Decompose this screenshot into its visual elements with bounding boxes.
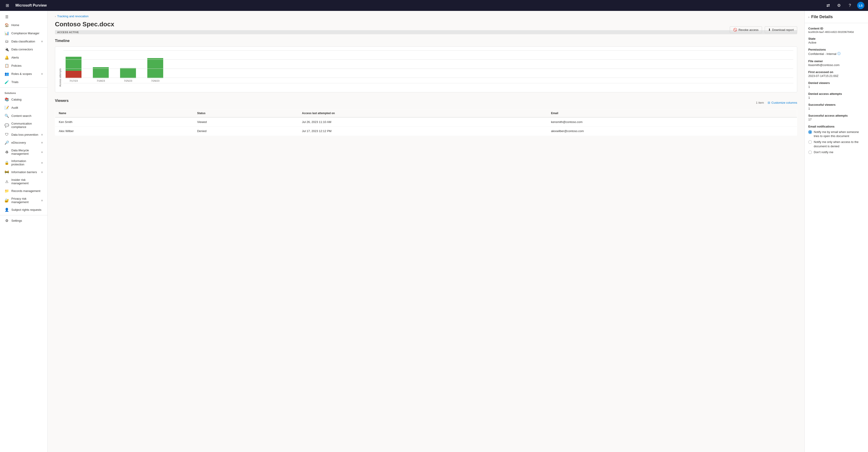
sidebar-item-collapse[interactable]: ☰	[1, 13, 46, 21]
catalog-icon: 📚	[4, 97, 9, 102]
privacy-icon: 🔐	[4, 198, 9, 203]
sidebar-item-settings[interactable]: ⚙ Settings	[1, 217, 46, 225]
stacked-bar-2	[93, 67, 109, 78]
sidebar-item-alerts[interactable]: 🔔 Alerts	[1, 54, 46, 62]
sidebar-item-records-label: Records management	[11, 189, 43, 193]
settings-icon-btn[interactable]: ⚙	[835, 2, 843, 9]
sidebar-item-content-search-label: Content search	[11, 114, 43, 118]
radio-btn-notify-open[interactable]	[808, 130, 812, 134]
sidebar-item-subject-rights[interactable]: 👤 Subject rights requests	[1, 206, 46, 214]
breadcrumb[interactable]: › Tracking and revocation	[55, 14, 797, 18]
radio-option-notify-open[interactable]: Notify me by email when someone tries to…	[808, 130, 864, 138]
sidebar-item-comm-compliance[interactable]: 💬 Communication compliance	[1, 120, 46, 130]
avatar[interactable]: LS	[857, 2, 864, 9]
chevron-down-icon-lifecycle: ∨	[41, 151, 43, 154]
denied-viewers-label: Denied viewers	[808, 81, 864, 85]
sidebar-item-info-barriers[interactable]: 🚧 Information barriers ∨	[1, 168, 46, 176]
permissions-text: Confidential - Internal	[808, 52, 836, 56]
row1-name: Ken Smith	[55, 117, 194, 127]
file-owner-label: File owner	[808, 60, 864, 63]
detail-group-denied-access: Denied access attempts 1	[808, 92, 864, 99]
radio-option-notify-denied[interactable]: Notify me only when access to the docume…	[808, 140, 864, 148]
revoke-access-button[interactable]: 🚫 Revoke access	[730, 26, 762, 33]
sidebar-item-info-protection[interactable]: 🔒 Information protection ∨	[1, 158, 46, 168]
download-report-button[interactable]: ⬇ Download report	[765, 26, 797, 33]
connectors-icon: 🔌	[4, 47, 9, 52]
permissions-label: Permissions	[808, 48, 864, 51]
sidebar-item-home[interactable]: 🏠 Home	[1, 21, 46, 29]
chevron-down-icon-ediscovery: ∨	[41, 141, 43, 144]
sidebar-item-data-lifecycle[interactable]: ♻ Data lifecycle management ∨	[1, 147, 46, 157]
sidebar-item-roles-scopes[interactable]: 👥 Roles & scopes ∨	[1, 70, 46, 78]
sidebar-item-insider-risk[interactable]: ⚠ Insider risk management	[1, 176, 46, 187]
sidebar-item-privacy-risk[interactable]: 🔐 Privacy risk management ∨	[1, 195, 46, 205]
sidebar: ☰ 🏠 Home 📊 Compliance Manager 🗂 Data cla…	[0, 11, 48, 452]
info-icon[interactable]: ⓘ	[837, 52, 840, 56]
help-icon: ?	[849, 3, 851, 8]
sidebar-item-compliance-label: Compliance Manager	[11, 32, 43, 35]
sidebar-item-compliance-manager[interactable]: 📊 Compliance Manager	[1, 29, 46, 37]
sidebar-item-alerts-label: Alerts	[11, 56, 43, 59]
table-row[interactable]: Alex Wilber Denied Jul 17, 2023 12:12 PM…	[55, 127, 797, 136]
chevron-down-icon-privacy: ∨	[41, 199, 43, 202]
date-label-1: 7/17/23	[69, 79, 78, 82]
radio-text-notify-none: Don't notify me	[814, 150, 833, 154]
radio-btn-notify-none[interactable]	[808, 151, 812, 154]
radio-option-notify-none[interactable]: Don't notify me	[808, 150, 864, 154]
table-row[interactable]: Ken Smith Viewed Jul 26, 2023 11:10 AM k…	[55, 117, 797, 127]
customize-columns-button[interactable]: ⊟ Customize columns	[768, 101, 797, 104]
row2-status: Denied	[193, 127, 298, 136]
sidebar-item-content-search[interactable]: 🔍 Content search	[1, 112, 46, 120]
sidebar-item-data-classification[interactable]: 🗂 Data classification ∨	[1, 37, 46, 45]
viewers-table: Name Status Access last attempted on Ema…	[55, 109, 797, 136]
sidebar-item-catalog-label: Catalog	[11, 98, 43, 101]
gear-icon: ⚙	[837, 3, 841, 8]
bar-group-2: 7/18/23	[93, 67, 109, 82]
sidebar-item-dlp[interactable]: 🛡 Data loss prevention ∨	[1, 131, 46, 138]
denied-access-label: Denied access attempts	[808, 92, 864, 96]
denied-viewers-value: 1	[808, 85, 864, 89]
row2-email: alexwilber@contoso.com	[547, 127, 797, 136]
data-classification-icon: 🗂	[4, 39, 9, 43]
help-icon-btn[interactable]: ?	[846, 2, 854, 9]
successful-viewers-value: 1	[808, 107, 864, 110]
share-icon: ⇄	[827, 3, 830, 8]
sidebar-item-dlp-label: Data loss prevention	[11, 133, 39, 136]
panel-body: Content ID bce6fc04-faa7-4653-b922-591f2…	[805, 23, 868, 160]
sidebar-item-data-connectors-label: Data connectors	[11, 47, 43, 51]
y-axis-label: Access attempts	[59, 51, 62, 87]
right-panel: › File Details Content ID bce6fc04-faa7-…	[804, 11, 868, 452]
sidebar-item-audit[interactable]: 📝 Audit	[1, 104, 46, 111]
bar-group-1: 7/17/23	[66, 57, 82, 82]
sidebar-item-catalog[interactable]: 📚 Catalog	[1, 96, 46, 103]
first-accessed-value: 2023-07-14T15:21:00Z	[808, 74, 864, 77]
dlp-icon: 🛡	[4, 132, 9, 137]
sidebar-item-privacy-label: Privacy risk management	[11, 197, 39, 204]
radio-btn-notify-denied[interactable]	[808, 140, 812, 144]
table-header: Name Status Access last attempted on Ema…	[55, 109, 797, 118]
apps-icon[interactable]: ⊞	[4, 2, 11, 9]
sidebar-item-trials[interactable]: 🧪 Trials	[1, 78, 46, 86]
chevron-down-icon: ∨	[41, 40, 43, 43]
sidebar-item-subject-label: Subject rights requests	[11, 208, 43, 212]
chart-area: 7/17/23 7/18/23	[63, 51, 793, 87]
sidebar-item-ediscovery[interactable]: 🔎 eDiscovery ∨	[1, 139, 46, 147]
sidebar-item-policies[interactable]: 📋 Policies	[1, 62, 46, 70]
audit-icon: 📝	[4, 105, 9, 110]
bar-green-4	[147, 58, 163, 78]
info-protection-icon: 🔒	[4, 161, 9, 165]
download-icon: ⬇	[768, 28, 771, 32]
sidebar-item-settings-label: Settings	[11, 219, 43, 222]
viewers-title: Viewers	[55, 99, 68, 103]
col-email: Email	[547, 109, 797, 118]
sidebar-item-info-protection-label: Information protection	[11, 159, 39, 166]
share-icon-btn[interactable]: ⇄	[825, 2, 832, 9]
sidebar-item-insider-label: Insider risk management	[11, 178, 43, 185]
panel-collapse-button[interactable]: ›	[808, 15, 809, 19]
bar-red-1	[66, 71, 82, 78]
sidebar-item-records[interactable]: 📁 Records management	[1, 187, 46, 195]
sidebar-divider	[0, 87, 48, 88]
row2-access: Jul 17, 2023 12:12 PM	[298, 127, 547, 136]
sidebar-item-data-connectors[interactable]: 🔌 Data connectors	[1, 45, 46, 53]
chevron-down-icon-roles: ∨	[41, 72, 43, 75]
